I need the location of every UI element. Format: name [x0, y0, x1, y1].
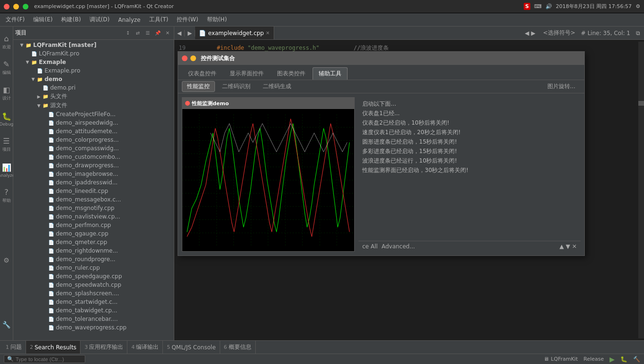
sync-button[interactable]: ⇄	[134, 29, 142, 37]
bottom-tab-编译输出[interactable]: 4编译输出	[127, 341, 163, 354]
tree-item-18[interactable]: 📄 demo_messagebox.c...	[13, 195, 174, 204]
tree-item-23[interactable]: 📄 demo_qmeter.cpp	[13, 238, 174, 246]
tree-item-20[interactable]: 📄 demo_navlistview.cp...	[13, 212, 174, 221]
sidebar-icon-编辑[interactable]: ✎编辑	[1, 56, 12, 80]
dialog-minimize-button[interactable]	[190, 55, 196, 61]
tree-item-27[interactable]: 📄 demo_speedgauge.cpp	[13, 272, 174, 281]
subtab-qrcode-recognize[interactable]: 二维码识别	[217, 81, 256, 92]
expand-editor-button[interactable]: ⧉	[636, 30, 640, 36]
sidebar-icon-项目[interactable]: ☰项目	[1, 133, 12, 156]
inner-close-button[interactable]	[185, 101, 190, 106]
dialog-tab-dashboard[interactable]: 仪表盘控件	[182, 67, 223, 80]
tree-item-2[interactable]: ▼ 📁 Exmaple	[13, 58, 174, 66]
search-icon: 🔍	[7, 356, 14, 362]
menu-item-h[interactable]: 帮助(H)	[203, 14, 231, 25]
close-search-button[interactable]: ✕	[572, 243, 577, 250]
tree-item-24[interactable]: 📄 demo_rightdownme...	[13, 246, 174, 255]
tree-label: Exmaple.pro	[45, 67, 80, 74]
bottom-tab-应用程序输出[interactable]: 3应用程序输出	[80, 341, 127, 354]
menu-item-b[interactable]: 构建(B)	[57, 14, 85, 25]
sidebar-icon-欢迎[interactable]: ⌂欢迎	[1, 30, 12, 54]
performance-chart	[182, 109, 354, 251]
bottom-tab-问题[interactable]: 1问题	[2, 341, 26, 354]
tree-item-28[interactable]: 📄 demo_speedwatch.cpp	[13, 281, 174, 289]
tree-item-15[interactable]: 📄 demo_imagebrowse...	[13, 170, 174, 178]
maximize-button[interactable]	[23, 4, 28, 9]
nav-up-button[interactable]: ▲	[559, 243, 564, 250]
tree-item-33[interactable]: 📄 demo_waveprogress.cpp	[13, 323, 174, 332]
tree-item-16[interactable]: 📄 demo_ipaddresswid...	[13, 178, 174, 187]
dialog-tab-display[interactable]: 显示界面控件	[224, 67, 270, 80]
tree-item-9[interactable]: 📄 demo_airspeedwidg...	[13, 118, 174, 127]
tree-item-32[interactable]: 📄 demo_tolerancebar....	[13, 315, 174, 323]
sidebar-bottom-icon[interactable]: ⚙	[1, 248, 12, 272]
close-button[interactable]	[4, 4, 9, 9]
debug-button[interactable]: 🐛	[620, 356, 627, 363]
tree-item-11[interactable]: 📄 demo_colorprogress...	[13, 136, 174, 144]
bottom-tab-qml/js-console[interactable]: 5QML/JS Console	[163, 341, 220, 354]
nav-down-button[interactable]: ▼	[566, 243, 570, 250]
sidebar-icon-Debug[interactable]: 🐛Debug	[1, 107, 12, 131]
tree-item-14[interactable]: 📄 demo_drawprogress...	[13, 161, 174, 170]
tree-item-7[interactable]: ▼ 📁 源文件	[13, 101, 174, 110]
tree-item-30[interactable]: 📄 demo_startwidget.c...	[13, 298, 174, 306]
tree-item-3[interactable]: 📄 Exmaple.pro	[13, 66, 174, 75]
menu-item-d[interactable]: 调试(D)	[86, 14, 114, 25]
sidebar-bottom-icon[interactable]: 🔧	[1, 313, 12, 337]
bottom-tab-search-results[interactable]: 2Search Results	[26, 341, 80, 354]
tree-item-26[interactable]: 📄 demo_ruler.cpp	[13, 264, 174, 272]
nav-back-button[interactable]: ◀	[174, 30, 185, 36]
dialog-close-button[interactable]	[182, 55, 188, 61]
sidebar-icon-帮助[interactable]: ?帮助	[1, 184, 12, 208]
tree-item-19[interactable]: 📄 demo_msgnotify.cpp	[13, 204, 174, 212]
tree-item-31[interactable]: 📄 demo_tabwidget.cp...	[13, 306, 174, 315]
tab-close-button[interactable]: ✕	[266, 30, 269, 36]
tree-item-0[interactable]: ▼ 📁 LQFramKit [master]	[13, 41, 174, 49]
close-panel-button[interactable]: ✕	[163, 29, 172, 37]
sidebar-icon-Analyze[interactable]: 📊Analyze	[1, 158, 12, 182]
pin-button[interactable]: 📌	[153, 29, 162, 37]
advanced-button[interactable]: Advanced...	[382, 243, 415, 250]
tree-item-22[interactable]: 📄 demo_qgauge.cpp	[13, 229, 174, 238]
tree-item-8[interactable]: 📄 CreateProjectFileFo...	[13, 110, 174, 118]
menu-item-e[interactable]: 编辑(E)	[29, 14, 56, 25]
menu-item-w[interactable]: 控件(W)	[173, 14, 202, 25]
menu-item-f[interactable]: 文件(F)	[2, 14, 28, 25]
tab-label: examplewidget.cpp	[208, 30, 264, 36]
minimize-button[interactable]	[13, 4, 19, 9]
sidebar-icon-设计[interactable]: ◧设计	[1, 82, 12, 105]
filter-button[interactable]: ☰	[143, 29, 152, 37]
menu-item-t[interactable]: 工具(T)	[145, 14, 172, 25]
subtab-perfmon[interactable]: 性能监控	[182, 81, 215, 92]
tree-item-6[interactable]: ▶ 📁 头文件	[13, 92, 174, 101]
bottom-tab-概要信息[interactable]: 6概要信息	[220, 341, 256, 354]
nav-forward-button[interactable]: ▶	[185, 30, 195, 36]
tree-item-10[interactable]: 📄 demo_attitudemete...	[13, 127, 174, 136]
dialog-tab-chart[interactable]: 图表类控件	[271, 67, 312, 80]
tree-item-21[interactable]: 📄 demo_perfmon.cpp	[13, 221, 174, 229]
minimap-thumb[interactable]	[638, 101, 644, 106]
locate-input[interactable]	[16, 356, 82, 362]
editor-tab-examplewidget[interactable]: 📄 examplewidget.cpp ✕	[195, 27, 274, 39]
tree-item-13[interactable]: 📄 demo_customcombo...	[13, 153, 174, 161]
tabs-left-nav[interactable]: ◀	[525, 30, 529, 36]
sort-button[interactable]: ↕	[124, 29, 132, 37]
tree-item-25[interactable]: 📄 demo_roundprogre...	[13, 255, 174, 264]
tree-item-17[interactable]: 📄 demo_lineedit.cpp	[13, 187, 174, 195]
tabs-right-nav[interactable]: ▶	[531, 30, 535, 36]
titlebar: examplewidget.cpp [master] - LQFramKit -…	[0, 0, 644, 13]
settings-icon[interactable]: ⚙	[635, 3, 640, 9]
tree-item-29[interactable]: 📄 demo_splashscreen....	[13, 289, 174, 298]
subtab-image-rotate[interactable]: 图片旋转...	[542, 81, 581, 92]
menu-item-analyze[interactable]: Analyze	[114, 15, 144, 25]
breadcrumb-select[interactable]: <选择符号>	[543, 29, 575, 37]
tree-item-5[interactable]: 📄 demo.pri	[13, 83, 174, 92]
build-button[interactable]: 🔨	[633, 356, 640, 363]
tree-item-4[interactable]: ▼ 📁 demo	[13, 75, 174, 83]
subtab-qrcode-generate[interactable]: 二维码生成	[258, 81, 296, 92]
tab-number: 3	[84, 344, 88, 350]
run-button[interactable]: ▶	[609, 355, 615, 363]
tree-item-1[interactable]: 📄 LQFramKit.pro	[13, 49, 174, 58]
dialog-tab-tools[interactable]: 辅助工具	[313, 67, 348, 80]
tree-item-12[interactable]: 📄 demo_compasswidg...	[13, 144, 174, 153]
